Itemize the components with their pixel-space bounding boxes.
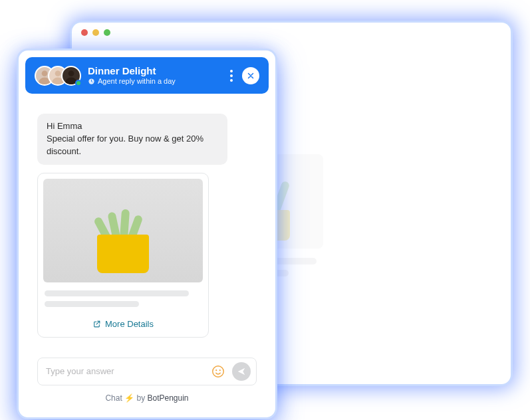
footer-brand[interactable]: BotPenguin [147,393,188,403]
bolt-icon: ⚡ [124,393,134,403]
svg-point-8 [215,369,217,371]
maximize-window-icon[interactable] [104,29,110,36]
svg-point-0 [42,70,48,76]
external-link-icon [92,320,101,328]
emoji-button[interactable] [209,363,227,380]
message-line: Hi Emma [47,120,218,133]
message-line: Special offer for you. Buy now & get 20%… [47,133,218,158]
minimize-window-icon[interactable] [92,29,99,36]
menu-button[interactable] [227,67,235,84]
offer-card: More Details [37,173,209,338]
message-input-row [37,358,257,385]
bot-message: Hi Emma Special offer for you. Buy now &… [37,114,227,165]
chat-widget: Dinner Delight Agent reply within a day … [19,51,275,417]
svg-point-4 [68,70,74,76]
chat-subtitle: Agent reply within a day [88,77,221,86]
text-placeholder [45,290,189,296]
chat-title: Dinner Delight [88,65,221,77]
svg-point-9 [219,369,221,371]
text-placeholder [45,301,139,307]
more-details-link[interactable]: More Details [43,314,203,332]
send-button[interactable] [232,362,251,381]
chat-footer: Chat ⚡ by BotPenguin [28,389,266,412]
svg-point-2 [55,70,61,76]
emoji-icon [211,364,225,379]
svg-point-7 [213,366,224,377]
close-button[interactable] [242,67,259,84]
close-icon [246,71,255,80]
clock-icon [88,78,95,85]
agent-avatars [35,66,81,86]
chat-header: Dinner Delight Agent reply within a day [25,57,269,94]
send-icon [237,367,246,376]
message-input[interactable] [46,366,204,376]
close-window-icon[interactable] [81,29,88,36]
offer-image [43,179,203,282]
window-controls [72,23,511,43]
online-status-icon [75,80,82,86]
